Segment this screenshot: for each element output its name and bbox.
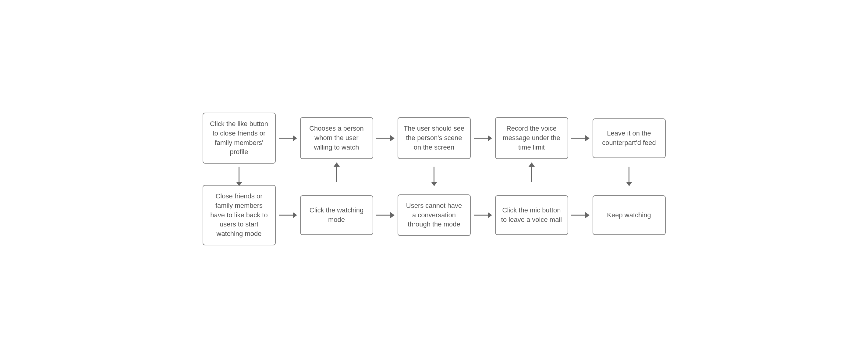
vert-conn-2 [300,164,373,185]
box-10: Keep watching [593,195,666,235]
arrow-up-2 [531,167,532,182]
box-6: Close friends or family members have to … [203,185,276,245]
box-7: Click the watching mode [300,195,373,235]
vert-conn-3 [398,164,471,185]
vertical-connectors [68,164,800,185]
box-1: Click the like button to close friends o… [203,113,276,164]
bottom-row: Close friends or family members have to … [203,185,666,245]
arrow-up-1 [336,167,337,182]
box-2: Chooses a person whom the user willing t… [300,117,373,159]
arrow-down-1 [239,167,240,182]
vert-conn-5 [593,164,666,185]
arrow-down-3 [628,167,629,182]
top-row: Click the like button to close friends o… [203,113,666,164]
vert-conn-4 [495,164,568,185]
box-9: Click the mic button to leave a voice ma… [495,195,568,235]
flow-diagram: Click the like button to close friends o… [38,113,830,245]
box-8: Users cannot have a conversation through… [398,194,471,236]
arrow-down-2 [434,167,434,182]
box-3: The user should see the person's scene o… [398,117,471,159]
vert-conn-1 [203,164,276,185]
box-4: Record the voice message under the time … [495,117,568,159]
box-5: Leave it on the counterpart'd feed [593,118,666,158]
